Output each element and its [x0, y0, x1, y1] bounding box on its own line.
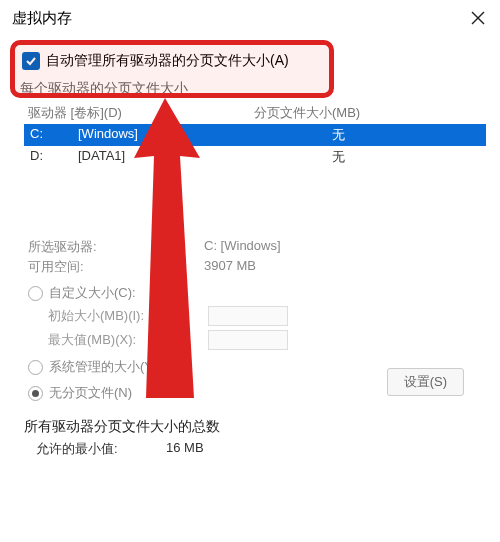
initial-size-label: 初始大小(MB)(I):: [48, 307, 208, 325]
auto-manage-checkbox[interactable]: [22, 52, 40, 70]
drive-list-header: 驱动器 [卷标](D) 分页文件大小(MB): [28, 104, 486, 122]
set-button[interactable]: 设置(S): [387, 368, 464, 396]
auto-manage-label: 自动管理所有驱动器的分页文件大小(A): [46, 52, 289, 70]
summary-min-value: 16 MB: [166, 440, 204, 458]
free-space-label: 可用空间:: [28, 258, 204, 276]
drive-label: [Windows]: [78, 126, 256, 144]
drive-list[interactable]: C: [Windows] 无 D: [DATA1] 无: [24, 124, 486, 168]
initial-size-row: 初始大小(MB)(I):: [48, 306, 486, 326]
drive-label: [DATA1]: [78, 148, 256, 166]
drive-letter: D:: [30, 148, 78, 166]
header-paging: 分页文件大小(MB): [254, 104, 360, 122]
close-icon: [471, 11, 485, 25]
drive-paging: 无: [256, 148, 480, 166]
max-size-label: 最大值(MB)(X):: [48, 331, 208, 349]
system-managed-label: 系统管理的大小(Y): [49, 358, 157, 376]
selected-drive-label: 所选驱动器:: [28, 238, 204, 256]
selected-drive-value: C: [Windows]: [204, 238, 281, 256]
drive-row[interactable]: D: [DATA1] 无: [24, 146, 486, 168]
max-size-input[interactable]: [208, 330, 288, 350]
window-title: 虚拟内存: [12, 9, 72, 28]
custom-size-label: 自定义大小(C):: [49, 284, 136, 302]
radio-icon: [28, 386, 43, 401]
header-drive: 驱动器 [卷标](D): [28, 104, 254, 122]
custom-size-radio[interactable]: 自定义大小(C):: [28, 284, 486, 302]
initial-size-input[interactable]: [208, 306, 288, 326]
drive-paging: 无: [256, 126, 480, 144]
close-button[interactable]: [468, 8, 488, 28]
max-size-row: 最大值(MB)(X):: [48, 330, 486, 350]
selected-drive-section: 所选驱动器: C: [Windows] 可用空间: 3907 MB: [28, 238, 486, 276]
free-space-value: 3907 MB: [204, 258, 256, 276]
auto-manage-checkbox-row[interactable]: 自动管理所有驱动器的分页文件大小(A): [22, 52, 486, 70]
per-drive-label: 每个驱动器的分页文件大小: [20, 80, 486, 98]
no-paging-label: 无分页文件(N): [49, 384, 132, 402]
drive-row[interactable]: C: [Windows] 无: [24, 124, 486, 146]
summary-title: 所有驱动器分页文件大小的总数: [24, 418, 486, 436]
summary-min-label: 允许的最小值:: [36, 440, 166, 458]
drive-letter: C:: [30, 126, 78, 144]
titlebar: 虚拟内存: [0, 0, 500, 36]
check-icon: [25, 55, 37, 67]
summary-min-row: 允许的最小值: 16 MB: [36, 440, 486, 458]
virtual-memory-dialog: 虚拟内存 自动管理所有驱动器的分页文件大小(A) 每个驱动器的分页文件大小 驱动…: [0, 0, 500, 542]
radio-icon: [28, 286, 43, 301]
radio-icon: [28, 360, 43, 375]
